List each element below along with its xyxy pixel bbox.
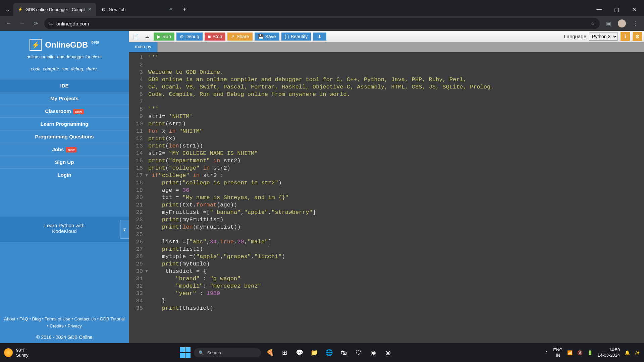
info-button[interactable]: ℹ	[621, 32, 630, 41]
sidebar-item[interactable]: Programming Questions	[0, 130, 129, 143]
forward-button[interactable]: →	[17, 19, 27, 28]
sidebar-item[interactable]: IDE	[0, 79, 129, 92]
link-terms[interactable]: Terms of Use	[45, 316, 70, 321]
new-badge: new	[73, 109, 84, 114]
clock-time[interactable]: 14:59	[597, 347, 620, 353]
link-faq[interactable]: FAQ	[19, 316, 28, 321]
app-chat-icon[interactable]: 💬	[294, 347, 305, 358]
minimize-button[interactable]: ―	[592, 4, 606, 15]
tray-chevron-icon[interactable]: ⌃	[545, 350, 548, 355]
close-icon[interactable]: ✕	[88, 7, 92, 12]
link-tutorial[interactable]: GDB Tutorial	[100, 316, 125, 321]
new-file-icon[interactable]: 📄	[131, 33, 140, 41]
link-credits[interactable]: Credits	[50, 323, 63, 328]
beautify-button[interactable]: { }Beautify	[281, 33, 311, 41]
link-about[interactable]: About	[4, 316, 15, 321]
weather-widget[interactable]: 93°F Sunny	[4, 348, 29, 358]
debug-icon: ⊘	[180, 34, 184, 39]
sidebar-item[interactable]: My Projects	[0, 92, 129, 105]
close-icon[interactable]: ✕	[169, 7, 173, 12]
line-gutter: 1234567891011121314151617181920212223242…	[129, 52, 146, 343]
menu-icon[interactable]: ⋮	[631, 19, 640, 28]
logo-area: ⚡ OnlineGDB beta online compiler and deb…	[0, 31, 129, 79]
download-icon: ⬇	[318, 34, 322, 39]
tab-favicon-icon: ◐	[101, 7, 106, 12]
tab-dropdown[interactable]: ⌄	[3, 5, 12, 14]
app-taskview-icon[interactable]: ⊞	[279, 347, 290, 358]
browser-chrome: ⌄ ⚡GDB online Debugger | Compil✕◐New Tab…	[0, 0, 644, 31]
battery-icon[interactable]: 🔋	[587, 350, 593, 355]
debug-button[interactable]: ⊘Debug	[176, 33, 203, 41]
notifications-icon[interactable]: 🔔	[625, 350, 630, 355]
promo-collapse-icon[interactable]: ‹	[120, 220, 129, 239]
promo-banner[interactable]: Learn Python with KodeKloud ‹	[0, 217, 129, 242]
bookmark-icon[interactable]: ☆	[591, 21, 595, 26]
sidebar-item-label: IDE	[60, 83, 68, 88]
play-icon: ▶	[157, 34, 161, 39]
tab-favicon-icon: ⚡	[17, 7, 23, 12]
link-privacy[interactable]: Privacy	[67, 323, 82, 328]
wifi-icon[interactable]: 📶	[567, 350, 573, 355]
stop-button[interactable]: ■Stop	[205, 33, 225, 41]
app-food-icon[interactable]: 🍕	[264, 347, 276, 358]
browser-tab[interactable]: ◐New Tab✕	[97, 3, 177, 16]
braces-icon: { }	[285, 34, 289, 39]
footer-links: About • FAQ • Blog • Terms of Use • Cont…	[0, 313, 129, 333]
search-placeholder: Search	[207, 350, 221, 355]
app-edge-icon[interactable]: 🌐	[323, 347, 335, 358]
sidebar-item[interactable]: Sign Up	[0, 156, 129, 168]
maximize-button[interactable]: ▢	[609, 4, 624, 15]
address-bar[interactable]: ⇆ onlinegdb.com ☆	[44, 18, 600, 29]
code-lines[interactable]: '''Welcome to GDB Online.GDB online is a…	[146, 52, 644, 343]
tray-lang1[interactable]: ENG	[553, 347, 562, 353]
upload-icon[interactable]: ☁	[142, 33, 152, 41]
main-area: 📄 ☁ ▶Run ⊘Debug ■Stop ↗Share 💾Save { }Be…	[129, 31, 644, 343]
browser-tab[interactable]: ⚡GDB online Debugger | Compil✕	[13, 3, 96, 16]
logo-subtitle: online compiler and debugger for c/c++	[5, 54, 123, 59]
promo-line1: Learn Python with	[0, 223, 129, 228]
app-mcafee-icon[interactable]: 🛡	[353, 347, 364, 358]
run-button[interactable]: ▶Run	[154, 33, 174, 41]
copilot-icon[interactable]: ✨	[635, 350, 640, 355]
reload-button[interactable]: ⟳	[31, 19, 40, 28]
weather-desc: Sunny	[16, 353, 29, 358]
sidebar-item-label: Jobs	[52, 146, 64, 152]
language-select[interactable]: Python 3	[589, 33, 618, 41]
tab-title: GDB online Debugger | Compil	[25, 7, 85, 12]
app-chrome-icon[interactable]: ◉	[368, 347, 379, 358]
app-chrome-profile-icon[interactable]: ◉	[382, 347, 394, 358]
sidepanel-icon[interactable]: ▣	[604, 19, 613, 28]
save-button[interactable]: 💾Save	[255, 33, 279, 41]
window-controls: ― ▢ ✕	[592, 4, 641, 15]
profile-avatar[interactable]	[617, 19, 627, 28]
new-tab-button[interactable]: +	[178, 6, 190, 13]
settings-button[interactable]: ⚙	[633, 32, 642, 41]
taskbar-search[interactable]: 🔍 Search	[194, 348, 261, 357]
beta-label: beta	[91, 40, 99, 45]
app-explorer-icon[interactable]: 📁	[309, 347, 320, 358]
sidebar-item[interactable]: Login	[0, 168, 129, 181]
sidebar-item[interactable]: Jobsnew	[0, 143, 129, 156]
sidebar-item[interactable]: Learn Programming	[0, 117, 129, 130]
link-blog[interactable]: Blog	[32, 316, 41, 321]
sidebar-item[interactable]: Classroomnew	[0, 105, 129, 117]
share-button[interactable]: ↗Share	[227, 33, 252, 41]
taskbar: 93°F Sunny 🔍 Search 🍕 ⊞ 💬 📁 🌐 🛍 🛡 ◉ ◉ ⌃ …	[0, 343, 644, 362]
download-button[interactable]: ⬇	[313, 33, 326, 41]
tray-lang2[interactable]: IN	[553, 353, 562, 358]
tab-bar: ⌄ ⚡GDB online Debugger | Compil✕◐New Tab…	[0, 0, 644, 16]
code-editor[interactable]: 1234567891011121314151617181920212223242…	[129, 52, 644, 343]
share-icon: ↗	[231, 34, 235, 39]
logo-title: OnlineGDB	[45, 40, 88, 50]
app-store-icon[interactable]: 🛍	[338, 347, 350, 358]
volume-icon[interactable]: 🔇	[577, 350, 583, 355]
close-window-button[interactable]: ✕	[627, 4, 641, 15]
file-tabs: main.py	[129, 42, 644, 52]
clock-date[interactable]: 14-03-2024	[597, 353, 620, 358]
file-tab-main[interactable]: main.py	[129, 42, 158, 52]
back-button[interactable]: ←	[4, 19, 13, 28]
site-info-icon[interactable]: ⇆	[49, 21, 53, 26]
sidebar-item-label: Sign Up	[55, 159, 74, 165]
start-button[interactable]	[180, 347, 191, 358]
link-contact[interactable]: Contact Us	[74, 316, 96, 321]
